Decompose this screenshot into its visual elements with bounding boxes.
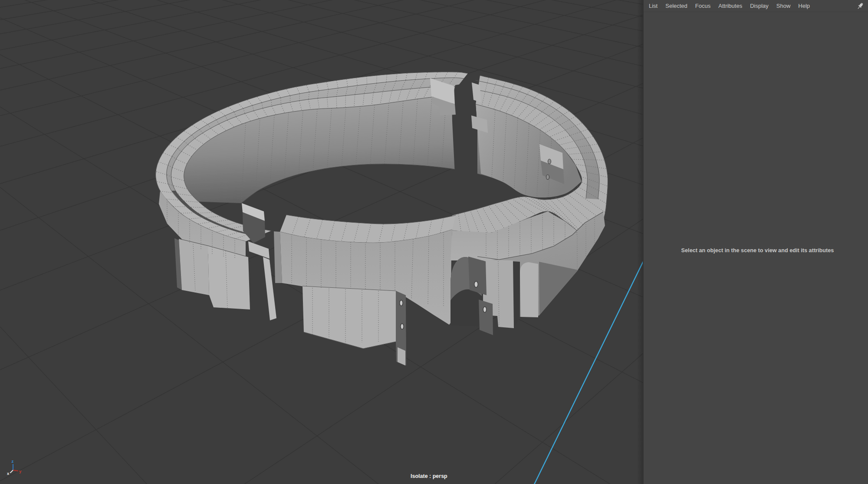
svg-text:y: y [19, 469, 22, 474]
svg-text:z: z [12, 459, 14, 464]
svg-text:x: x [7, 471, 10, 476]
